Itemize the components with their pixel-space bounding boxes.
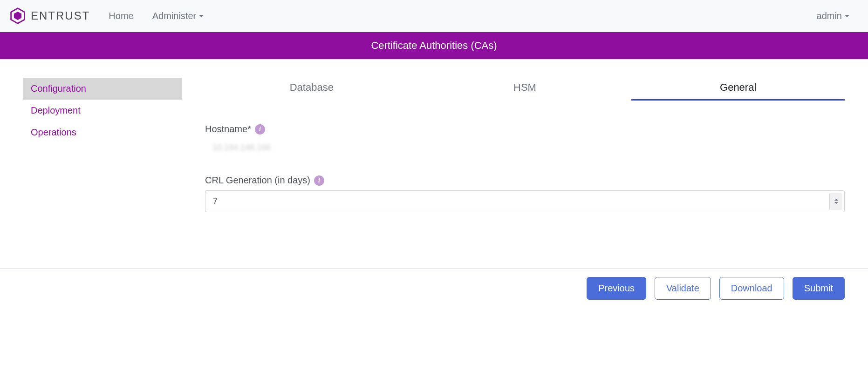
sidebar: Configuration Deployment Operations <box>23 78 182 231</box>
brand-logo[interactable]: ENTRUST <box>9 7 90 24</box>
page-title: Certificate Authorities (CAs) <box>0 32 868 59</box>
crl-label: CRL Generation (in days) i <box>205 175 845 186</box>
sidebar-item-operations[interactable]: Operations <box>23 121 182 143</box>
crl-input-wrapper <box>205 190 845 212</box>
footer-actions: Previous Validate Download Submit <box>0 268 868 308</box>
validate-button[interactable]: Validate <box>655 277 711 300</box>
svg-marker-1 <box>14 12 21 20</box>
tab-database[interactable]: Database <box>205 78 418 101</box>
info-icon[interactable]: i <box>255 124 265 135</box>
hostname-label: Hostname* i <box>205 124 845 135</box>
tab-hsm[interactable]: HSM <box>418 78 632 101</box>
submit-button[interactable]: Submit <box>793 277 845 300</box>
sidebar-item-deployment[interactable]: Deployment <box>23 100 182 121</box>
info-icon[interactable]: i <box>314 175 324 186</box>
nav-administer[interactable]: Administer <box>152 11 204 21</box>
main-content: Configuration Deployment Operations Data… <box>0 59 868 231</box>
chevron-down-icon <box>845 15 849 17</box>
chevron-down-icon <box>199 15 204 17</box>
download-button[interactable]: Download <box>719 277 784 300</box>
hostname-value: 10.194.148.166 <box>205 139 845 156</box>
content-area: Database HSM General Hostname* i 10.194.… <box>182 78 845 231</box>
crl-group: CRL Generation (in days) i <box>205 175 845 212</box>
entrust-hex-icon <box>9 7 26 24</box>
nav-home[interactable]: Home <box>109 11 133 21</box>
spinner-down-icon[interactable] <box>834 202 838 204</box>
nav-links: Home Administer <box>109 11 816 21</box>
top-navbar: ENTRUST Home Administer admin <box>0 0 868 32</box>
tabs: Database HSM General <box>205 78 845 101</box>
sidebar-item-configuration[interactable]: Configuration <box>23 78 182 100</box>
crl-input[interactable] <box>205 191 829 212</box>
brand-text: ENTRUST <box>31 9 90 22</box>
user-menu[interactable]: admin <box>817 11 849 21</box>
spinner-up-icon[interactable] <box>834 199 838 201</box>
previous-button[interactable]: Previous <box>587 277 646 300</box>
hostname-group: Hostname* i 10.194.148.166 <box>205 124 845 156</box>
number-spinner <box>829 193 842 210</box>
tab-general[interactable]: General <box>631 78 845 101</box>
